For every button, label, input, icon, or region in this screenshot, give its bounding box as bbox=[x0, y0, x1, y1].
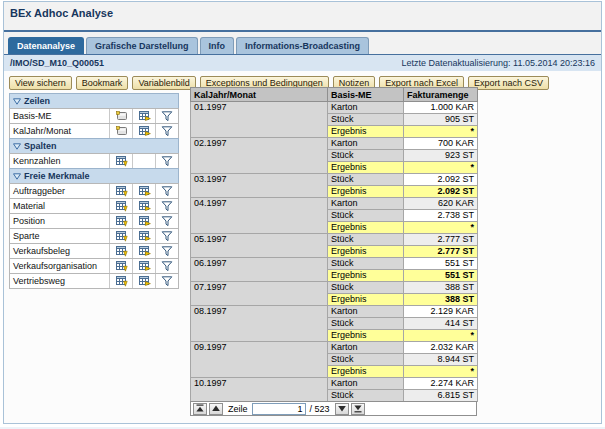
section-header-freie-merkmale[interactable]: Freie Merkmale bbox=[9, 168, 179, 184]
sidebar-item-auftraggeber: Auftraggeber bbox=[9, 183, 179, 199]
filter-icon[interactable] bbox=[161, 275, 173, 287]
basis-me-cell: Stück bbox=[328, 150, 404, 162]
filter-icon[interactable] bbox=[161, 125, 173, 137]
table-down-icon[interactable] bbox=[115, 200, 128, 212]
icon-cell[interactable] bbox=[132, 259, 155, 273]
tab-grafische-darstellung[interactable]: Grafische Darstellung bbox=[86, 37, 198, 54]
icon-cell[interactable] bbox=[132, 199, 155, 213]
content-area: View sichernBookmarkVariablenbildExcepti… bbox=[4, 71, 601, 423]
icon-cell[interactable] bbox=[109, 274, 132, 288]
button-export-nach-csv[interactable]: Export nach CSV bbox=[468, 76, 549, 90]
button-bookmark[interactable]: Bookmark bbox=[76, 76, 129, 90]
collapse-icon bbox=[13, 143, 21, 150]
icon-cell[interactable] bbox=[109, 229, 132, 243]
filter-icon[interactable] bbox=[161, 110, 173, 122]
table-down-icon[interactable] bbox=[115, 275, 128, 287]
table-right-icon[interactable] bbox=[138, 245, 151, 257]
icon-cell[interactable] bbox=[155, 109, 178, 123]
table-down-icon[interactable] bbox=[115, 155, 128, 167]
icon-cell[interactable] bbox=[109, 199, 132, 213]
icon-cell[interactable] bbox=[109, 244, 132, 258]
filter-icon[interactable] bbox=[161, 155, 173, 167]
table-row: 01.1997Karton1.000 KAR bbox=[191, 102, 478, 114]
icon-cell[interactable] bbox=[132, 214, 155, 228]
icon-cell[interactable] bbox=[155, 184, 178, 198]
table-right-icon[interactable] bbox=[138, 110, 151, 122]
table-down-icon[interactable] bbox=[115, 260, 128, 272]
basis-me-cell: Stück bbox=[328, 282, 404, 294]
icon-cell[interactable] bbox=[109, 259, 132, 273]
table-right-icon[interactable] bbox=[138, 260, 151, 272]
table-down-icon[interactable] bbox=[115, 215, 128, 227]
table-right-icon[interactable] bbox=[138, 185, 151, 197]
icon-cell[interactable] bbox=[155, 244, 178, 258]
table-right-icon[interactable] bbox=[138, 200, 151, 212]
result-label-cell: Ergebnis bbox=[328, 294, 404, 306]
basis-me-cell: Stück bbox=[328, 174, 404, 186]
icon-cell[interactable] bbox=[155, 154, 178, 168]
icon-cell[interactable] bbox=[155, 274, 178, 288]
icon-cell[interactable] bbox=[155, 124, 178, 138]
icon-cell[interactable] bbox=[109, 154, 132, 168]
pager-down-button[interactable] bbox=[335, 403, 349, 415]
pager-up-button[interactable] bbox=[209, 403, 223, 415]
filter-icon[interactable] bbox=[161, 215, 173, 227]
filter-icon[interactable] bbox=[161, 230, 173, 242]
icon-cell[interactable] bbox=[155, 199, 178, 213]
table-header-row: KalJahr/MonatBasis-MEFakturamenge bbox=[191, 88, 478, 102]
icon-cell[interactable] bbox=[109, 184, 132, 198]
tab-datenanalyse[interactable]: Datenanalyse bbox=[8, 37, 84, 54]
basis-me-cell: Karton bbox=[328, 102, 404, 114]
filter-icon[interactable] bbox=[161, 200, 173, 212]
icon-cell[interactable] bbox=[155, 229, 178, 243]
icon-cell[interactable] bbox=[109, 124, 132, 138]
section-header-spalten[interactable]: Spalten bbox=[9, 138, 179, 154]
basis-me-cell: Stück bbox=[328, 390, 404, 402]
properties-icon[interactable] bbox=[115, 125, 128, 137]
tab-informations-broadcasting[interactable]: Informations-Broadcasting bbox=[236, 37, 369, 54]
icon-cell[interactable] bbox=[132, 184, 155, 198]
query-bar: /IMO/SD_M10_Q00051 Letzte Datenaktualisi… bbox=[4, 54, 601, 71]
table-right-icon[interactable] bbox=[138, 125, 151, 137]
filter-icon[interactable] bbox=[161, 245, 173, 257]
button-view-sichern[interactable]: View sichern bbox=[9, 76, 72, 90]
pager-total: / 523 bbox=[310, 404, 330, 414]
filter-icon[interactable] bbox=[161, 260, 173, 272]
section-header-zeilen[interactable]: Zeilen bbox=[9, 93, 179, 109]
value-cell: 2.274 KAR bbox=[404, 378, 478, 390]
month-cell: 05.1997 bbox=[191, 234, 328, 258]
icon-cell[interactable] bbox=[132, 229, 155, 243]
query-name: /IMO/SD_M10_Q00051 bbox=[10, 58, 104, 68]
collapse-icon bbox=[13, 98, 21, 105]
table-down-icon[interactable] bbox=[115, 185, 128, 197]
icon-cell[interactable] bbox=[132, 244, 155, 258]
properties-icon[interactable] bbox=[115, 110, 128, 122]
sidebar-item-label: KalJahr/Monat bbox=[10, 124, 109, 138]
filter-icon[interactable] bbox=[161, 185, 173, 197]
icon-cell[interactable] bbox=[155, 214, 178, 228]
basis-me-cell: Karton bbox=[328, 306, 404, 318]
table-down-icon[interactable] bbox=[115, 245, 128, 257]
result-label-cell: Ergebnis bbox=[328, 126, 404, 138]
basis-me-cell: Stück bbox=[328, 234, 404, 246]
icon-cell[interactable] bbox=[132, 109, 155, 123]
value-cell: 8.944 ST bbox=[404, 354, 478, 366]
pager-row-input[interactable] bbox=[252, 403, 306, 415]
result-value-cell: * bbox=[404, 330, 478, 342]
icon-cell[interactable] bbox=[132, 274, 155, 288]
table-right-icon[interactable] bbox=[138, 215, 151, 227]
pager-first-button[interactable] bbox=[193, 403, 207, 415]
button-variablenbild[interactable]: Variablenbild bbox=[132, 76, 195, 90]
table-down-icon[interactable] bbox=[115, 230, 128, 242]
table-right-icon[interactable] bbox=[138, 275, 151, 287]
icon-cell[interactable] bbox=[109, 214, 132, 228]
icon-cell[interactable] bbox=[109, 109, 132, 123]
tab-info[interactable]: Info bbox=[200, 37, 235, 54]
table-row: 09.1997Karton2.032 KAR bbox=[191, 342, 478, 354]
value-cell: 1.000 KAR bbox=[404, 102, 478, 114]
sidebar-item-verkaufsbeleg: Verkaufsbeleg bbox=[9, 243, 179, 259]
pager-last-button[interactable] bbox=[351, 403, 365, 415]
icon-cell[interactable] bbox=[132, 124, 155, 138]
table-right-icon[interactable] bbox=[138, 230, 151, 242]
icon-cell[interactable] bbox=[155, 259, 178, 273]
